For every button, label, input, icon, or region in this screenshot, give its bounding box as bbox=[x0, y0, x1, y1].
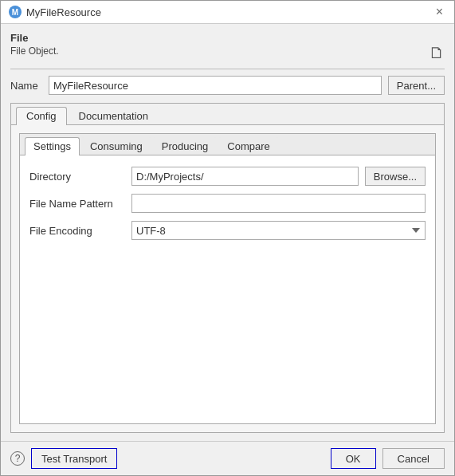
tab-config[interactable]: Config bbox=[16, 107, 67, 125]
directory-label: Directory bbox=[29, 171, 125, 183]
tab-settings[interactable]: Settings bbox=[25, 137, 80, 155]
help-icon[interactable]: ? bbox=[10, 451, 25, 466]
footer-right: OK Cancel bbox=[331, 448, 445, 469]
outer-tabs-container: Config Documentation Settings Consuming … bbox=[10, 103, 445, 433]
file-encoding-row: File Encoding UTF-8 UTF-16 ISO-8859-1 US… bbox=[29, 221, 426, 240]
name-input[interactable] bbox=[49, 76, 382, 95]
app-icon: M bbox=[9, 6, 22, 18]
name-row: Name Parent... bbox=[10, 76, 445, 95]
title-bar-left: M MyFileResource bbox=[9, 6, 101, 18]
outer-tab-content: Settings Consuming Producing Compare Dir… bbox=[11, 125, 444, 432]
directory-row: Directory Browse... bbox=[29, 167, 426, 186]
outer-tabs-header: Config Documentation bbox=[11, 104, 444, 125]
parent-button[interactable]: Parent... bbox=[388, 76, 445, 95]
dialog-footer: ? Test Transport OK Cancel bbox=[1, 441, 454, 475]
dialog-title: MyFileResource bbox=[26, 6, 101, 18]
tab-documentation[interactable]: Documentation bbox=[69, 107, 159, 124]
ok-button[interactable]: OK bbox=[331, 448, 376, 469]
tab-consuming[interactable]: Consuming bbox=[81, 137, 151, 155]
file-encoding-select[interactable]: UTF-8 UTF-16 ISO-8859-1 US-ASCII bbox=[131, 221, 426, 240]
file-description: File Object. bbox=[10, 45, 59, 57]
browse-button[interactable]: Browse... bbox=[365, 167, 426, 186]
tab-compare[interactable]: Compare bbox=[218, 137, 278, 155]
inner-tabs-container: Settings Consuming Producing Compare Dir… bbox=[19, 133, 436, 424]
close-button[interactable]: × bbox=[433, 6, 446, 18]
divider bbox=[10, 69, 445, 69]
name-label: Name bbox=[10, 80, 42, 92]
file-encoding-label: File Encoding bbox=[29, 225, 125, 237]
file-name-label: File Name Pattern bbox=[29, 198, 125, 210]
settings-content: Directory Browse... File Name Pattern Fi… bbox=[20, 155, 435, 423]
directory-input[interactable] bbox=[131, 167, 359, 186]
file-name-input[interactable] bbox=[131, 194, 426, 213]
dialog: M MyFileResource × File File Object. 🗋 N… bbox=[0, 0, 455, 476]
file-icon: 🗋 bbox=[429, 44, 445, 62]
inner-tabs-header: Settings Consuming Producing Compare bbox=[20, 134, 435, 155]
cancel-button[interactable]: Cancel bbox=[382, 448, 445, 469]
footer-left: ? Test Transport bbox=[10, 448, 117, 469]
dialog-body: File File Object. 🗋 Name Parent... Confi… bbox=[1, 24, 454, 441]
file-section-label: File bbox=[10, 32, 445, 44]
tab-producing[interactable]: Producing bbox=[153, 137, 218, 155]
file-name-row: File Name Pattern bbox=[29, 194, 426, 213]
test-transport-button[interactable]: Test Transport bbox=[31, 448, 117, 469]
title-bar: M MyFileResource × bbox=[1, 1, 454, 24]
file-section-desc: File Object. 🗋 bbox=[10, 45, 445, 62]
